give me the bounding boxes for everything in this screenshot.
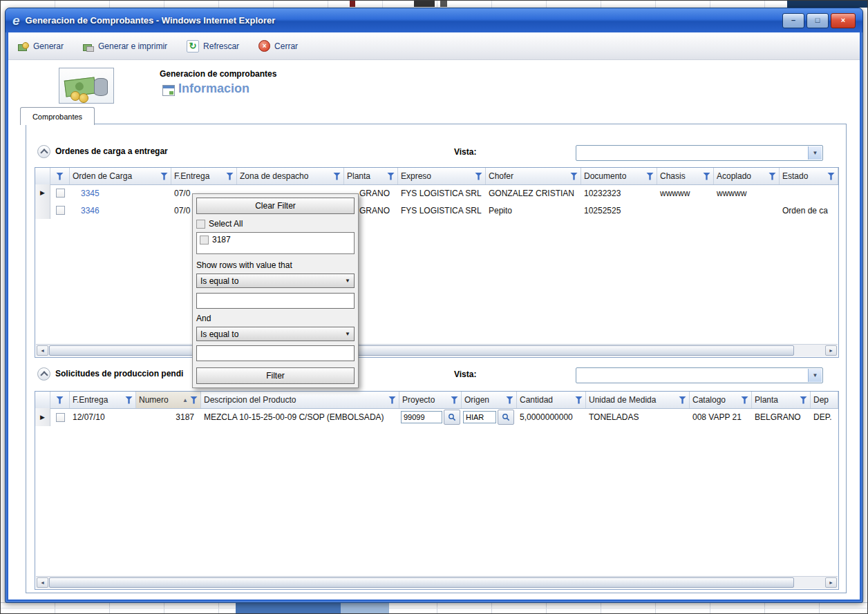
generar-button[interactable]: Generar xyxy=(18,41,64,52)
operator-2-dropdown[interactable]: Is equal to ▼ xyxy=(196,327,355,341)
table-row[interactable]: ▶ 12/07/10 3187 MEZCLA 10-15-25-00-09 C/… xyxy=(35,408,838,426)
filter-funnel-icon[interactable] xyxy=(56,396,64,404)
filter-funnel-icon[interactable] xyxy=(388,396,396,404)
column-header-descripcion[interactable]: Descripcion del Producto xyxy=(201,392,399,408)
solicitudes-grid-header: F.Entrega Numero▲ Descripcion del Produc… xyxy=(35,392,838,409)
column-header-proyecto[interactable]: Proyecto xyxy=(399,392,462,408)
row-checkbox[interactable] xyxy=(56,206,65,215)
column-header-estado[interactable]: Estado xyxy=(780,168,838,184)
filter-value-1-input[interactable] xyxy=(196,293,355,309)
generar-e-imprimir-button[interactable]: Generar e imprimir xyxy=(83,41,167,52)
scrollbar-thumb[interactable] xyxy=(49,577,794,588)
row-checkbox[interactable] xyxy=(56,189,65,198)
maximize-button[interactable]: □ xyxy=(806,13,829,28)
filter-funnel-icon[interactable] xyxy=(646,173,654,180)
cell-chofer: GONZALEZ CRISTIAN xyxy=(486,184,581,202)
close-button[interactable]: × xyxy=(831,13,856,28)
page-title: Generacion de comprobantes xyxy=(160,69,276,79)
select-all-checkbox[interactable] xyxy=(196,220,205,229)
column-header-f-entrega[interactable]: F.Entrega xyxy=(70,392,136,408)
filter-funnel-icon[interactable] xyxy=(679,396,686,404)
filter-button[interactable]: Filter xyxy=(196,367,355,384)
dropdown-arrow-icon[interactable]: ▼ xyxy=(808,146,822,160)
column-header-zona-de-despacho[interactable]: Zona de despacho xyxy=(237,168,344,184)
cell-planta: BELGRANO xyxy=(752,408,811,426)
column-header-catalogo[interactable]: Catalogo xyxy=(690,392,752,408)
filter-funnel-icon[interactable] xyxy=(570,173,578,180)
printer-shape xyxy=(86,46,94,52)
column-header-planta[interactable]: Planta xyxy=(344,168,398,184)
tab-comprobantes[interactable]: Comprobantes xyxy=(20,107,95,125)
scroll-right-button[interactable]: ► xyxy=(825,577,837,588)
filter-funnel-icon[interactable] xyxy=(160,173,168,180)
row-checkbox[interactable] xyxy=(56,413,65,422)
cell-orden-de-carga[interactable]: 3346 xyxy=(70,202,171,219)
table-row[interactable]: 3346 07/0 GRANO FYS LOGISTICA SRL Pepito… xyxy=(35,202,838,219)
column-header-unidad[interactable]: Unidad de Medida xyxy=(586,392,690,408)
scrollbar-thumb[interactable] xyxy=(49,345,794,356)
header-checkbox-col[interactable] xyxy=(50,392,70,408)
filter-funnel-icon[interactable] xyxy=(125,396,133,404)
filter-funnel-icon[interactable] xyxy=(575,396,583,404)
dropdown-arrow-icon[interactable]: ▼ xyxy=(808,369,822,382)
column-header-numero[interactable]: Numero▲ xyxy=(136,392,201,408)
filter-funnel-icon[interactable] xyxy=(451,396,458,404)
scroll-left-button[interactable]: ◄ xyxy=(37,345,48,356)
scroll-left-button[interactable]: ◄ xyxy=(37,577,48,588)
column-header-f-entrega[interactable]: F.Entrega xyxy=(171,168,237,184)
ordenes-grid-header: Orden de Carga F.Entrega Zona de despach… xyxy=(35,168,838,185)
cerrar-button[interactable]: × Cerrar xyxy=(258,40,298,52)
collapse-solicitudes-button[interactable] xyxy=(37,367,50,381)
header-checkbox-col[interactable] xyxy=(50,168,70,184)
background-window-strip xyxy=(787,1,867,8)
filter-funnel-icon[interactable] xyxy=(827,173,835,180)
origen-input[interactable] xyxy=(463,411,496,423)
lookup-button[interactable] xyxy=(498,410,514,425)
vista-combobox-solicitudes[interactable]: ▼ xyxy=(576,367,823,383)
horizontal-scrollbar[interactable]: ◄ ► xyxy=(36,576,838,588)
collapse-ordenes-button[interactable] xyxy=(37,145,50,158)
lookup-button[interactable] xyxy=(444,410,460,425)
filter-funnel-icon[interactable] xyxy=(56,173,64,180)
filter-funnel-icon[interactable] xyxy=(226,173,234,180)
title-bar[interactable]: e Generacion de Comprobantes - Windows I… xyxy=(6,8,862,32)
filter-value-2-input[interactable] xyxy=(196,345,355,361)
filter-funnel-icon[interactable] xyxy=(703,173,710,180)
column-header-orden-de-carga[interactable]: Orden de Carga xyxy=(70,168,171,184)
column-header-chasis[interactable]: Chasis xyxy=(657,168,714,184)
magnifier-icon xyxy=(448,413,456,421)
vista-combobox-ordenes[interactable]: ▼ xyxy=(576,145,823,161)
filter-funnel-icon[interactable] xyxy=(475,173,482,180)
column-header-planta[interactable]: Planta xyxy=(752,392,811,408)
table-row[interactable]: ▶ 3345 07/0 GRANO FYS LOGISTICA SRL GONZ… xyxy=(35,184,838,202)
filter-funnel-icon[interactable] xyxy=(190,396,198,404)
cell-estado xyxy=(780,184,838,202)
cell-orden-de-carga[interactable]: 3345 xyxy=(70,184,171,202)
filter-funnel-icon[interactable] xyxy=(387,173,395,180)
operator-1-dropdown[interactable]: Is equal to ▼ xyxy=(196,274,355,288)
filter-funnel-icon[interactable] xyxy=(768,173,776,180)
value-checkbox[interactable] xyxy=(200,236,209,244)
minimize-button[interactable]: – xyxy=(782,13,804,28)
cell-dep: DEP. xyxy=(811,408,838,426)
select-all-row: Select All xyxy=(196,219,355,229)
filter-funnel-icon[interactable] xyxy=(333,173,341,180)
column-header-cantidad[interactable]: Cantidad xyxy=(517,392,586,408)
column-header-dep[interactable]: Dep xyxy=(811,392,838,408)
column-header-chofer[interactable]: Chofer xyxy=(486,168,581,184)
row-checkbox-cell xyxy=(50,408,70,426)
refrescar-button[interactable]: ↻ Refrescar xyxy=(187,40,239,52)
scroll-right-button[interactable]: ► xyxy=(825,345,837,356)
clear-filter-button[interactable]: Clear Filter xyxy=(196,198,355,214)
proyecto-input[interactable] xyxy=(401,411,442,423)
column-header-origen[interactable]: Origen xyxy=(462,392,517,408)
filter-funnel-icon[interactable] xyxy=(741,396,748,404)
column-header-expreso[interactable]: Expreso xyxy=(398,168,486,184)
filter-values-listbox[interactable]: 3187 xyxy=(196,232,355,254)
column-label: F.Entrega xyxy=(73,395,123,405)
filter-funnel-icon[interactable] xyxy=(506,396,513,404)
column-header-acoplado[interactable]: Acoplado xyxy=(714,168,780,184)
filter-funnel-icon[interactable] xyxy=(800,396,807,404)
column-header-documento[interactable]: Documento xyxy=(581,168,657,184)
horizontal-scrollbar[interactable]: ◄ ► xyxy=(36,344,838,356)
